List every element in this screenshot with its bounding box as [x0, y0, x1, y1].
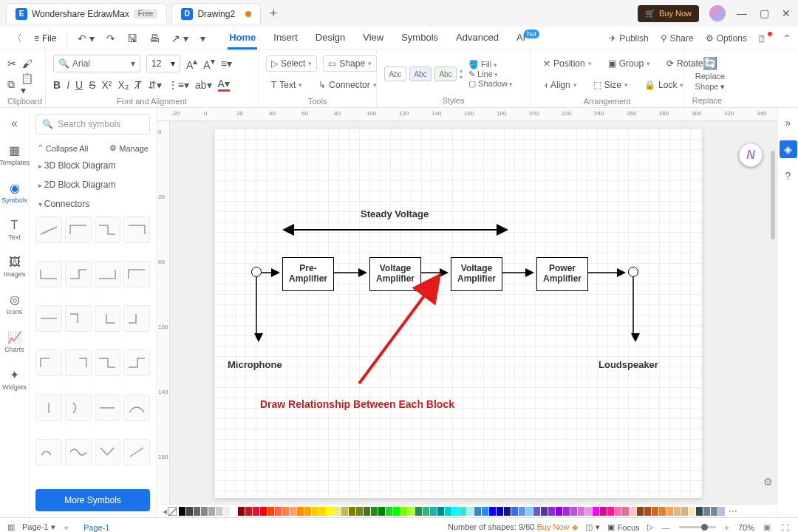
format-pane-button[interactable]: ◈ — [780, 140, 797, 158]
color-swatch[interactable] — [364, 507, 370, 516]
color-swatch[interactable] — [666, 507, 673, 516]
rail-images[interactable]: 🖼Images — [0, 251, 29, 282]
app-tab[interactable]: E Wondershare EdrawMax Free — [6, 3, 167, 24]
block-pre-amplifier[interactable]: Pre-Amplifier — [282, 257, 334, 291]
export-button[interactable]: ↗ ▾ — [167, 30, 193, 47]
color-swatch[interactable] — [179, 507, 185, 516]
no-color-swatch[interactable] — [168, 507, 177, 516]
color-swatch[interactable] — [674, 507, 681, 516]
collapse-all-button[interactable]: ⌃ Collapse All — [37, 143, 88, 153]
add-page-button[interactable]: + — [63, 523, 70, 532]
undo-button[interactable]: ↶ ▾ — [73, 30, 99, 47]
color-swatch[interactable] — [290, 507, 296, 516]
group-button[interactable]: ▣Group — [603, 55, 655, 72]
more-symbols-button[interactable]: More Symbols — [35, 489, 150, 511]
color-swatch[interactable] — [282, 507, 289, 516]
replace-shape-button[interactable]: 🔄 Replace Shape ▾ — [692, 53, 729, 95]
tab-design[interactable]: Design — [314, 27, 347, 50]
font-size-select[interactable]: 12▾ — [146, 55, 180, 72]
connector-symbol[interactable] — [35, 439, 62, 466]
color-swatch[interactable] — [452, 507, 459, 516]
color-swatch[interactable] — [637, 507, 644, 516]
font-family-select[interactable]: 🔍Arial▾ — [53, 55, 140, 72]
presentation-button[interactable]: ▷ — [647, 522, 653, 532]
color-swatch[interactable] — [371, 507, 378, 516]
connector-symbol[interactable] — [95, 349, 121, 376]
vertical-scrollbar[interactable] — [770, 143, 776, 454]
color-swatch[interactable] — [696, 507, 703, 516]
color-swatch[interactable] — [497, 507, 503, 516]
color-swatch[interactable] — [253, 507, 259, 516]
tab-advanced[interactable]: Advanced — [454, 27, 500, 50]
input-node[interactable] — [251, 267, 262, 277]
buy-now-link[interactable]: Buy Now — [536, 522, 569, 531]
more-colors-button[interactable]: ⋯ — [729, 506, 737, 516]
category-connectors[interactable]: Connectors — [30, 194, 156, 214]
connector-tool[interactable]: ↳Connector — [313, 77, 381, 93]
connector-symbol[interactable] — [95, 395, 121, 421]
color-swatch[interactable] — [312, 507, 318, 516]
align-menu-icon[interactable]: ≡▾ — [221, 58, 232, 69]
color-dropdown-icon[interactable]: ◂ — [163, 506, 167, 516]
color-swatch[interactable] — [245, 507, 252, 516]
help-pane-button[interactable]: ? — [780, 167, 797, 185]
connector-symbol[interactable] — [123, 261, 150, 287]
color-swatch[interactable] — [681, 507, 688, 516]
tab-ai[interactable]: AIhot — [515, 27, 542, 50]
options-button[interactable]: ⚙Options — [706, 33, 747, 44]
color-swatch[interactable] — [415, 507, 422, 516]
lock-button[interactable]: 🔒Lock — [639, 77, 689, 93]
manage-button[interactable]: ⚙ Manage — [109, 143, 149, 153]
subscript-button[interactable]: X₂ — [117, 79, 129, 91]
color-swatch[interactable] — [600, 507, 607, 516]
strike-button[interactable]: S — [89, 79, 95, 91]
superscript-button[interactable]: X² — [101, 79, 112, 91]
tab-view[interactable]: View — [361, 27, 385, 50]
connector-symbol[interactable] — [123, 439, 150, 466]
color-swatch[interactable] — [238, 507, 245, 516]
line-button[interactable]: ✎ Line — [468, 69, 513, 79]
buy-now-button[interactable]: 🛒 Buy Now — [638, 5, 699, 22]
shape-tool[interactable]: ▭Shape — [323, 55, 377, 72]
rail-icons[interactable]: ◎Icons — [0, 288, 29, 320]
minimize-button[interactable]: — — [736, 7, 748, 19]
color-swatch[interactable] — [356, 507, 363, 516]
color-swatch[interactable] — [349, 507, 355, 516]
color-swatch[interactable] — [578, 507, 584, 516]
publish-button[interactable]: ✈Publish — [609, 33, 648, 44]
arrow-out[interactable] — [588, 269, 628, 276]
connector-symbol[interactable] — [35, 349, 62, 376]
text-tool[interactable]: TText — [266, 77, 307, 93]
connector-symbol[interactable] — [123, 305, 150, 332]
arrow-in[interactable] — [262, 269, 282, 276]
color-swatch[interactable] — [548, 507, 555, 516]
style-preset-2[interactable]: Abc — [409, 66, 432, 81]
color-swatch[interactable] — [489, 507, 496, 516]
color-swatch[interactable] — [659, 507, 666, 516]
category-2d-block[interactable]: 2D Block Diagram — [30, 175, 156, 194]
color-swatch[interactable] — [615, 507, 621, 516]
connector-symbol[interactable] — [65, 261, 92, 287]
color-swatch[interactable] — [378, 507, 385, 516]
output-node[interactable] — [628, 267, 638, 277]
canvas[interactable]: Steady Voltage Pre-Amplifier VoltageAmpl… — [170, 121, 777, 504]
rail-widgets[interactable]: ✦Widgets — [0, 364, 29, 395]
color-swatch[interactable] — [304, 507, 311, 516]
connector-symbol[interactable] — [65, 305, 92, 332]
select-tool[interactable]: ▷Select — [266, 55, 317, 72]
color-swatch[interactable] — [341, 507, 348, 516]
color-swatch[interactable] — [297, 507, 304, 516]
color-swatch[interactable] — [533, 507, 540, 516]
connector-symbol[interactable] — [95, 439, 121, 466]
steady-voltage-label[interactable]: Steady Voltage — [361, 208, 429, 219]
back-button[interactable]: 〈 — [7, 29, 27, 48]
fullscreen-button[interactable]: ⛶ — [780, 523, 791, 532]
share-button[interactable]: ⚲Share — [661, 33, 694, 44]
color-swatch[interactable] — [519, 507, 525, 516]
page-select[interactable]: Page-1 ▾ — [22, 522, 55, 532]
color-swatch[interactable] — [208, 507, 215, 516]
tab-insert[interactable]: Insert — [272, 27, 299, 50]
color-swatch[interactable] — [216, 507, 222, 516]
color-swatch[interactable] — [563, 507, 570, 516]
color-swatch[interactable] — [630, 507, 636, 516]
